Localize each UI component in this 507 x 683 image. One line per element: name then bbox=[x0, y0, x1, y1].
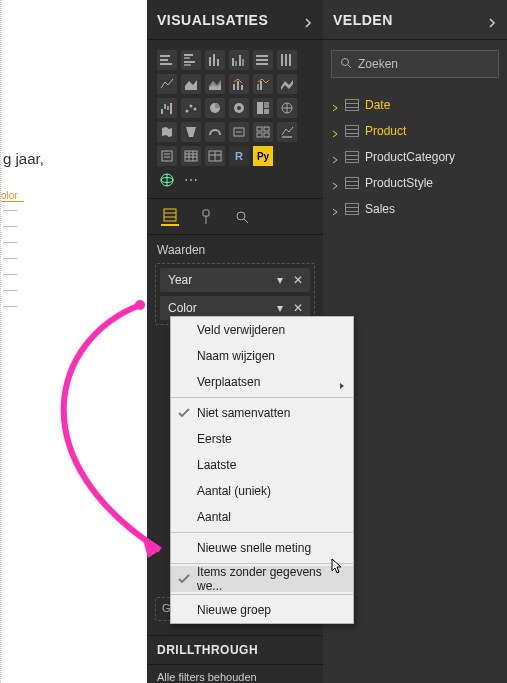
table-icon bbox=[345, 151, 359, 163]
menu-move[interactable]: Verplaatsen bbox=[171, 369, 353, 395]
viz-ribbon-icon[interactable] bbox=[277, 74, 297, 94]
fields-title: VELDEN bbox=[333, 12, 393, 28]
viz-matrix-icon[interactable] bbox=[205, 146, 225, 166]
field-pill-year[interactable]: Year ▾ ✕ bbox=[160, 268, 310, 292]
drillthrough-header[interactable]: DRILLTHROUGH bbox=[147, 635, 323, 665]
field-table-product[interactable]: Product bbox=[323, 118, 507, 144]
viz-clustered-bar-icon[interactable] bbox=[181, 50, 201, 70]
field-table-list: Date Product ProductCategory ProductStyl… bbox=[323, 88, 507, 226]
viz-kpi-icon[interactable] bbox=[277, 122, 297, 142]
remove-field-icon[interactable]: ✕ bbox=[290, 300, 306, 316]
viz-more-icon[interactable]: ⋯ bbox=[181, 170, 201, 190]
format-tab-icon[interactable] bbox=[197, 208, 215, 226]
viz-filled-map-icon[interactable] bbox=[157, 122, 177, 142]
menu-count[interactable]: Aantal bbox=[171, 504, 353, 530]
chevron-down-icon[interactable]: ▾ bbox=[272, 272, 288, 288]
menu-rename[interactable]: Naam wijzigen bbox=[171, 343, 353, 369]
table-label: ProductStyle bbox=[365, 176, 433, 190]
svg-rect-9 bbox=[217, 59, 219, 66]
menu-show-items-no-data[interactable]: Items zonder gegevens we... bbox=[171, 566, 353, 592]
svg-rect-51 bbox=[162, 151, 172, 161]
viz-combo-icon[interactable] bbox=[229, 74, 249, 94]
viz-multi-card-icon[interactable] bbox=[253, 122, 273, 142]
viz-slicer-icon[interactable] bbox=[157, 146, 177, 166]
format-tabs bbox=[147, 199, 323, 235]
svg-rect-30 bbox=[164, 104, 166, 109]
svg-rect-1 bbox=[160, 59, 168, 61]
table-icon bbox=[345, 177, 359, 189]
menu-separator bbox=[171, 532, 353, 533]
menu-separator bbox=[171, 397, 353, 398]
viz-clustered-column-icon[interactable] bbox=[229, 50, 249, 70]
viz-area-icon[interactable] bbox=[181, 74, 201, 94]
viz-arcgis-icon[interactable] bbox=[157, 170, 177, 190]
viz-stacked-bar-icon[interactable] bbox=[157, 50, 177, 70]
search-icon bbox=[340, 55, 352, 73]
canvas-row bbox=[3, 274, 17, 275]
svg-rect-18 bbox=[285, 54, 287, 66]
search-input[interactable] bbox=[358, 57, 507, 71]
svg-rect-8 bbox=[213, 54, 215, 66]
fields-search[interactable] bbox=[331, 50, 499, 78]
viz-combo2-icon[interactable] bbox=[253, 74, 273, 94]
table-icon bbox=[345, 203, 359, 215]
table-label: Product bbox=[365, 124, 406, 138]
svg-rect-50 bbox=[282, 136, 292, 138]
caret-right-icon bbox=[331, 153, 339, 161]
chevron-down-icon[interactable]: ▾ bbox=[272, 300, 288, 316]
viz-scatter-icon[interactable] bbox=[181, 98, 201, 118]
report-canvas[interactable]: g jaar, olor bbox=[0, 0, 147, 683]
canvas-row bbox=[3, 290, 17, 291]
viz-table-icon[interactable] bbox=[181, 146, 201, 166]
field-table-sales[interactable]: Sales bbox=[323, 196, 507, 222]
viz-map-icon[interactable] bbox=[277, 98, 297, 118]
viz-r-script-icon[interactable]: R bbox=[229, 146, 249, 166]
remove-field-icon[interactable]: ✕ bbox=[290, 272, 306, 288]
menu-remove-field[interactable]: Veld verwijderen bbox=[171, 317, 353, 343]
menu-count-distinct[interactable]: Aantal (uniek) bbox=[171, 478, 353, 504]
canvas-text: g jaar, bbox=[3, 150, 44, 167]
analytics-tab-icon[interactable] bbox=[233, 208, 251, 226]
menu-separator bbox=[171, 594, 353, 595]
viz-funnel-icon[interactable] bbox=[181, 122, 201, 142]
field-table-productcategory[interactable]: ProductCategory bbox=[323, 144, 507, 170]
table-label: Sales bbox=[365, 202, 395, 216]
visualizations-header[interactable]: VISUALISATIES bbox=[147, 0, 323, 40]
field-table-date[interactable]: Date bbox=[323, 92, 507, 118]
svg-rect-40 bbox=[264, 102, 269, 108]
viz-stacked-area-icon[interactable] bbox=[205, 74, 225, 94]
canvas-row bbox=[3, 258, 17, 259]
svg-rect-46 bbox=[257, 127, 262, 131]
viz-card-icon[interactable] bbox=[229, 122, 249, 142]
canvas-row bbox=[3, 210, 17, 211]
menu-new-quick-measure[interactable]: Nieuwe snelle meting bbox=[171, 535, 353, 561]
svg-point-38 bbox=[237, 106, 241, 110]
svg-rect-41 bbox=[264, 109, 269, 114]
viz-pie-icon[interactable] bbox=[205, 98, 225, 118]
cursor-icon bbox=[330, 558, 346, 574]
svg-rect-5 bbox=[184, 61, 195, 63]
menu-dont-summarize[interactable]: Niet samenvatten bbox=[171, 400, 353, 426]
viz-line-icon[interactable] bbox=[157, 74, 177, 94]
viz-python-icon[interactable]: Py bbox=[253, 146, 273, 166]
svg-rect-13 bbox=[242, 59, 244, 66]
menu-first[interactable]: Eerste bbox=[171, 426, 353, 452]
viz-treemap-icon[interactable] bbox=[253, 98, 273, 118]
viz-gauge-icon[interactable] bbox=[205, 122, 225, 142]
svg-rect-68 bbox=[203, 210, 209, 216]
field-table-productstyle[interactable]: ProductStyle bbox=[323, 170, 507, 196]
svg-rect-15 bbox=[256, 59, 268, 61]
svg-rect-31 bbox=[167, 106, 169, 110]
menu-new-group[interactable]: Nieuwe groep bbox=[171, 597, 353, 623]
svg-rect-23 bbox=[233, 84, 235, 90]
field-pill-label: Year bbox=[168, 273, 192, 287]
fields-header[interactable]: VELDEN bbox=[323, 0, 507, 40]
svg-rect-25 bbox=[241, 85, 243, 90]
viz-100-stacked-bar-icon[interactable] bbox=[253, 50, 273, 70]
viz-stacked-column-icon[interactable] bbox=[205, 50, 225, 70]
menu-last[interactable]: Laatste bbox=[171, 452, 353, 478]
viz-donut-icon[interactable] bbox=[229, 98, 249, 118]
fields-tab-icon[interactable] bbox=[161, 208, 179, 226]
viz-waterfall-icon[interactable] bbox=[157, 98, 177, 118]
viz-100-stacked-column-icon[interactable] bbox=[277, 50, 297, 70]
